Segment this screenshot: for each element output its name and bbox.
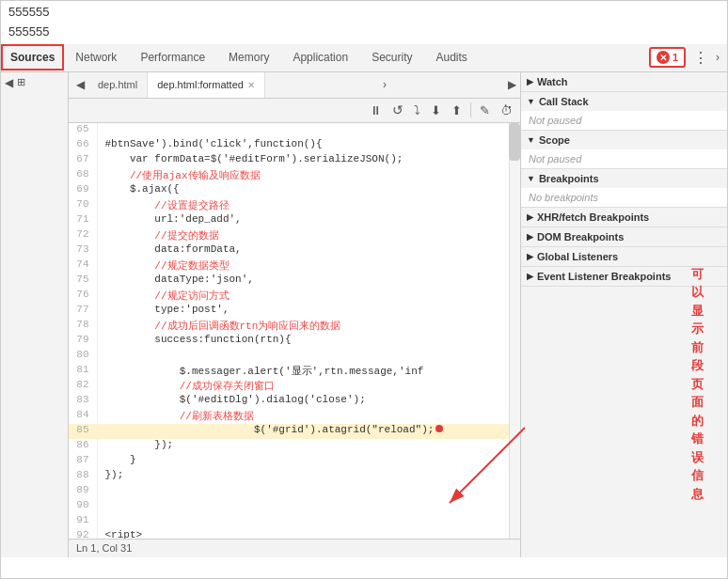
line-number-73[interactable]: 73 [69,243,97,258]
collapse-left-button[interactable]: ◀ [72,76,88,93]
line-code-79: success:function(rtn){ [97,334,520,349]
deactivate-breakpoints-button[interactable]: ✎ [476,102,494,119]
call-stack-content: Not paused [521,111,727,130]
line-code-82: //成功保存关闭窗口 [97,379,520,394]
tab-application[interactable]: Application [281,43,360,71]
dom-breakpoints-section: ▶ DOM Breakpoints [521,227,727,247]
step-into-button[interactable]: ⬇ [427,102,445,119]
tab-sources[interactable]: Sources [1,44,64,70]
line-number-78[interactable]: 78 [69,319,97,334]
event-listener-label: Event Listener Breakpoints [537,271,671,282]
close-tab-icon[interactable]: ✕ [247,80,255,90]
line-number-80[interactable]: 80 [69,349,97,364]
global-listeners-header[interactable]: ▶ Global Listeners [521,247,727,266]
expand-editor-button[interactable]: ▶ [504,76,520,93]
xhr-fetch-header[interactable]: ▶ XHR/fetch Breakpoints [521,208,727,227]
line-code-73: data:formData, [97,243,520,258]
scope-triangle-icon: ▼ [527,135,535,145]
editor-tab-more-button[interactable]: › [379,78,390,91]
line-number-71[interactable]: 71 [69,213,97,228]
application-tab-label: Application [293,51,348,64]
line-number-74[interactable]: 74 [69,258,97,274]
code-line-89: 89 [69,484,520,499]
line-number-76[interactable]: 76 [69,289,97,304]
pause-button[interactable]: ⏸ [366,102,386,119]
line-number-87[interactable]: 87 [69,454,97,469]
editor-tab-dep-html-formatted[interactable]: dep.html:formatted ✕ [148,72,265,99]
line-number-83[interactable]: 83 [69,394,97,409]
line-number-66[interactable]: 66 [69,138,97,153]
number-line-2: 555555 [8,23,720,42]
dom-breakpoints-header[interactable]: ▶ DOM Breakpoints [521,227,727,246]
line-number-86[interactable]: 86 [69,439,97,454]
resume-button[interactable]: ↺ [388,101,407,119]
line-number-81[interactable]: 81 [69,364,97,379]
call-stack-label: Call Stack [539,96,589,107]
main-wrapper: ◀ ⊞ ◀ dep.html dep.html:formatted ✕ › ▶ [1,72,727,557]
line-code-66: #btnSave').bind('click',function(){ [97,138,520,153]
line-code-67: var formData=$('#editForm').serializeJSO… [97,153,520,168]
line-code-72: //提交的数据 [97,228,520,243]
tab-bar-left: Sources Network Performance Memory Appli… [1,43,649,71]
code-line-84: 84 //刷新表格数据 [69,409,520,424]
line-number-68[interactable]: 68 [69,168,97,183]
watch-header[interactable]: ▶ Watch [521,72,727,91]
tab-performance[interactable]: Performance [129,43,217,71]
event-listener-header[interactable]: ▶ Event Listener Breakpoints [521,267,727,286]
code-line-74: 74 //规定数据类型 [69,258,520,274]
editor-tab-dep-html[interactable]: dep.html [88,72,148,99]
breakpoint-dot-85[interactable] [435,425,443,432]
code-line-82: 82 //成功保存关闭窗口 [69,379,520,394]
xhr-fetch-label: XHR/fetch Breakpoints [537,211,649,223]
scrollbar-thumb[interactable] [509,123,520,161]
code-line-87: 87 } [69,454,520,469]
line-number-67[interactable]: 67 [69,153,97,168]
code-line-66: 66#btnSave').bind('click',function(){ [69,138,520,153]
devtools-window: 555555 555555 Sources Network Performanc… [0,0,728,579]
line-number-88[interactable]: 88 [69,469,97,484]
expand-button[interactable]: › [712,49,723,66]
error-badge[interactable]: ✕ 1 [649,47,686,68]
tab-network[interactable]: Network [64,43,129,71]
memory-tab-label: Memory [229,51,269,64]
code-editor-area[interactable]: 6566#btnSave').bind('click',function(){6… [69,123,520,539]
no-breakpoints: No breakpoints [529,192,598,203]
breakpoints-content: No breakpoints [521,188,727,207]
line-number-82[interactable]: 82 [69,379,97,394]
tab-memory[interactable]: Memory [217,43,281,71]
line-number-72[interactable]: 72 [69,228,97,243]
line-number-65[interactable]: 65 [69,123,97,138]
tab-security[interactable]: Security [360,43,424,71]
tab-audits[interactable]: Audits [425,43,480,71]
line-number-70[interactable]: 70 [69,198,97,213]
line-number-75[interactable]: 75 [69,274,97,289]
global-listeners-label: Global Listeners [537,251,618,262]
line-number-92[interactable]: 92 [69,529,97,539]
code-line-75: 75 dataType:'json', [69,274,520,289]
call-stack-header[interactable]: ▼ Call Stack [521,92,727,111]
number-line-1: 555555 [8,3,720,23]
line-code-89 [97,484,520,499]
code-line-69: 69 $.ajax({ [69,183,520,198]
pause-on-exceptions-button[interactable]: ⏱ [497,102,516,119]
line-number-69[interactable]: 69 [69,183,97,198]
more-options-button[interactable]: ⋮ [689,47,712,69]
code-line-91: 91 [69,514,520,529]
step-out-button[interactable]: ⬆ [448,102,466,119]
scope-section: ▼ Scope Not paused [521,131,727,169]
line-number-90[interactable]: 90 [69,499,97,514]
collapse-panel-button[interactable]: ◀ [5,76,13,89]
scope-header[interactable]: ▼ Scope [521,131,727,149]
line-code-70: //设置提交路径 [97,198,520,213]
line-number-84[interactable]: 84 [69,409,97,424]
line-number-79[interactable]: 79 [69,334,97,349]
breakpoints-header[interactable]: ▼ Breakpoints [521,169,727,188]
line-number-89[interactable]: 89 [69,484,97,499]
step-over-button[interactable]: ⤵ [410,102,424,119]
code-line-65: 65 [69,123,520,138]
line-number-91[interactable]: 91 [69,514,97,529]
line-number-77[interactable]: 77 [69,304,97,319]
line-code-81: $.messager.alert('显示',rtn.message,'inf [97,364,520,379]
global-triangle-icon: ▶ [527,252,533,261]
line-number-85[interactable]: 85 [69,424,97,439]
